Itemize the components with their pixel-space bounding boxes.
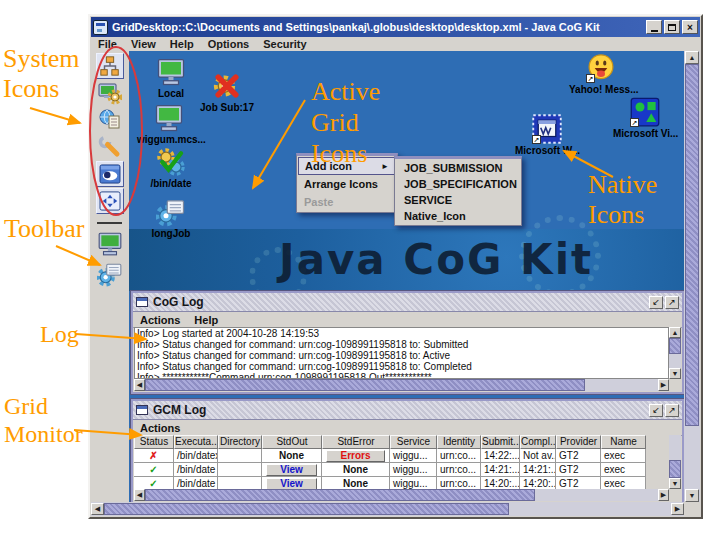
monitor-eye-button[interactable]: [96, 161, 124, 187]
cog-log-minimize-button[interactable]: ↙: [649, 296, 663, 309]
desktop-icon-wiggum[interactable]: wiggum.mcs...: [137, 103, 201, 145]
cog-log-maximize-button[interactable]: ↗: [665, 296, 679, 309]
scrollbar-thumb[interactable]: [145, 379, 585, 391]
scrollbar-thumb[interactable]: [145, 489, 535, 501]
scroll-right-icon[interactable]: ▶: [671, 503, 684, 515]
table-row[interactable]: ✗ /bin/datex None Errors wiggu... urn:co…: [134, 449, 669, 463]
maximize-button[interactable]: [664, 20, 680, 34]
menu-file[interactable]: File: [91, 38, 124, 50]
scroll-up-icon[interactable]: ▲: [669, 327, 681, 338]
scrollbar-thumb[interactable]: [669, 460, 681, 478]
stdout-view-button[interactable]: View: [266, 464, 318, 476]
scrollbar-thumb[interactable]: [104, 503, 509, 515]
right-glyph: ▶: [661, 491, 666, 499]
add-icon-submenu: JOB_SUBMISSION JOB_SPECIFICATION SERVICE…: [394, 156, 522, 226]
table-row[interactable]: ✓ /bin/date View None wiggu... urn:co...…: [134, 463, 669, 477]
column-header[interactable]: Compl...: [520, 435, 556, 449]
job-failed-icon: [212, 71, 242, 101]
scroll-left-icon[interactable]: ◀: [134, 379, 145, 391]
transfer-document-button[interactable]: [96, 107, 124, 133]
column-header[interactable]: Status: [134, 435, 174, 449]
wrench-button[interactable]: [96, 134, 124, 160]
desktop-icon-longjob[interactable]: longJob: [139, 197, 203, 239]
context-menu-arrange-icons[interactable]: Arrange Icons: [298, 175, 396, 193]
column-header[interactable]: Provider: [556, 435, 601, 449]
cog-log-menu-help[interactable]: Help: [187, 314, 225, 326]
menu-help[interactable]: Help: [163, 38, 201, 50]
icon-label: wiggum.mcs...: [137, 134, 201, 145]
job-gear-tool-button[interactable]: [96, 259, 124, 289]
column-header[interactable]: Directory: [218, 435, 262, 449]
cog-log-menu-actions[interactable]: Actions: [133, 314, 187, 326]
gcm-log-vertical-scrollbar[interactable]: ▼: [669, 435, 681, 489]
desktop-icon-microsoft-visio[interactable]: ↗ Microsoft Vi...: [613, 97, 677, 139]
cog-log-horizontal-scrollbar[interactable]: ◀ ▶: [134, 379, 669, 391]
watermark-band: Java CoG Kit: [129, 229, 684, 291]
refresh-button[interactable]: [96, 188, 124, 214]
desktop-horizontal-scrollbar[interactable]: ◀ ▶: [91, 502, 684, 516]
minimize-button[interactable]: [646, 20, 662, 34]
submenu-job-submission[interactable]: JOB_SUBMISSION: [396, 160, 520, 176]
desktop-icon-local[interactable]: Local: [139, 57, 203, 99]
close-button[interactable]: ×: [682, 20, 698, 34]
scroll-down-icon[interactable]: ▼: [685, 489, 699, 502]
icon-label: longJob: [139, 228, 203, 239]
scroll-down-icon[interactable]: ▼: [669, 368, 681, 379]
scroll-up-icon[interactable]: ▲: [685, 51, 699, 64]
column-header[interactable]: Identity: [437, 435, 481, 449]
desktop-icon-job-sub[interactable]: Job Sub:17: [195, 71, 259, 113]
scrollbar-thumb[interactable]: [685, 64, 699, 426]
submenu-service[interactable]: SERVICE: [396, 192, 520, 208]
menu-security[interactable]: Security: [256, 38, 313, 50]
cog-log-vertical-scrollbar[interactable]: ▲ ▼: [669, 327, 681, 379]
annotation-line: Native: [588, 170, 657, 200]
table-row[interactable]: ✓ /bin/date View None wiggu... urn:co...…: [134, 477, 669, 489]
log-line: Info> ************Command urn:cog-109899…: [135, 372, 668, 379]
computer-tool-button[interactable]: [96, 229, 124, 259]
cell-name: exec: [601, 449, 646, 463]
scroll-left-icon[interactable]: ◀: [134, 489, 145, 501]
gcm-log-minimize-button[interactable]: ↙: [649, 404, 663, 417]
desktop-icon-yahoo-messenger[interactable]: ↗ Yahoo! Mess...: [569, 53, 633, 95]
menu-options[interactable]: Options: [201, 38, 257, 50]
desktop-icon-bin-date[interactable]: /bin/date: [139, 147, 203, 189]
desktop[interactable]: Java CoG Kit Local Job: [129, 51, 684, 502]
down-glyph: ▼: [689, 492, 696, 499]
cell-stderr: None: [322, 477, 390, 489]
submenu-job-specification[interactable]: JOB_SPECIFICATION: [396, 176, 520, 192]
cell-service: wiggu...: [390, 477, 437, 489]
cell-provider: GT2: [556, 449, 601, 463]
menu-view[interactable]: View: [124, 38, 163, 50]
desktop-vertical-scrollbar[interactable]: ▲ ▼: [684, 51, 700, 502]
column-header[interactable]: Name: [601, 435, 646, 449]
menu-item-label: Paste: [304, 196, 333, 208]
column-header[interactable]: StdError: [322, 435, 390, 449]
cog-log-text-area[interactable]: Info> Log started at 2004-10-28 14:19:53…: [134, 327, 669, 379]
scroll-down-icon[interactable]: ▼: [669, 478, 681, 489]
annotation-system-icons: System Icons: [3, 44, 80, 104]
gcm-log-maximize-button[interactable]: ↗: [665, 404, 679, 417]
cog-log-title-bar[interactable]: CoG Log ↙ ↗: [133, 293, 682, 312]
gcm-log-horizontal-scrollbar[interactable]: ◀ ▶: [134, 489, 669, 501]
column-header[interactable]: Submit...: [481, 435, 520, 449]
gcm-log-title-bar[interactable]: GCM Log ↙ ↗: [133, 401, 682, 420]
column-header[interactable]: Executa...: [174, 435, 218, 449]
column-header[interactable]: StdOut: [262, 435, 322, 449]
title-bar[interactable]: GridDesktop::C:\Documents and Settings\p…: [91, 17, 700, 37]
scroll-right-icon[interactable]: ▶: [658, 489, 669, 501]
window-content: Java CoG Kit Local Job: [91, 51, 700, 516]
grid-tree-button[interactable]: [96, 53, 124, 79]
scrollbar-thumb[interactable]: [669, 338, 681, 354]
stdout-view-button[interactable]: View: [266, 478, 318, 489]
column-header[interactable]: Service: [390, 435, 437, 449]
annotation-native-icons: Native Icons: [588, 170, 657, 230]
cog-log-title: CoG Log: [153, 295, 647, 309]
stderr-errors-button[interactable]: Errors: [326, 450, 385, 462]
scroll-right-icon[interactable]: ▶: [658, 379, 669, 391]
desktop-service-button[interactable]: [96, 80, 124, 106]
gcm-log-title: GCM Log: [153, 403, 647, 417]
scroll-left-icon[interactable]: ◀: [91, 503, 104, 515]
submenu-native-icon[interactable]: Native_Icon: [396, 208, 520, 224]
desktop-icon-microsoft-word[interactable]: ↗ Microsoft W...: [515, 114, 579, 156]
gcm-log-menu-actions[interactable]: Actions: [133, 422, 187, 434]
